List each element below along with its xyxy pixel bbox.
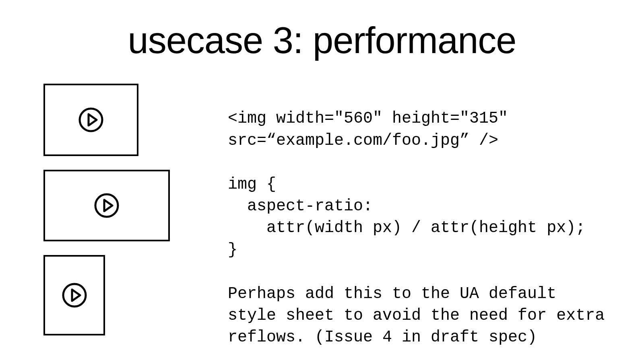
play-icon [94, 193, 120, 218]
play-icon [78, 107, 104, 133]
media-placeholder-column [43, 84, 170, 335]
css-line: } [228, 241, 237, 259]
media-placeholder-3 [43, 255, 105, 335]
css-line: aspect-ratio: [228, 197, 373, 215]
svg-point-0 [80, 109, 102, 131]
svg-point-2 [63, 284, 86, 306]
svg-point-1 [95, 194, 118, 217]
media-placeholder-2 [43, 170, 170, 241]
code-line: src=“example.com/foo.jpg” /> [228, 132, 498, 150]
css-line: attr(width px) / attr(height px); [228, 219, 585, 237]
play-icon [62, 282, 87, 308]
slide-body: <img width="560" height="315" src=“examp… [228, 86, 614, 349]
css-line: img { [228, 175, 276, 193]
code-line: <img width="560" height="315" [228, 109, 508, 128]
note-text: Perhaps add this to the UA default style… [228, 285, 614, 347]
slide-title: usecase 3: performance [0, 19, 644, 62]
media-placeholder-1 [43, 84, 138, 156]
